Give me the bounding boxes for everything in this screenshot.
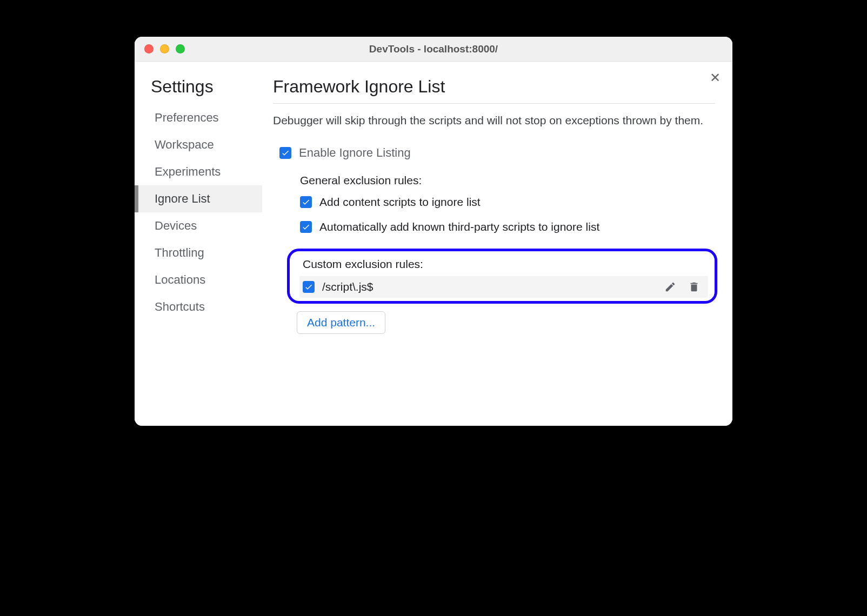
sidebar-item-label: Devices	[155, 219, 197, 232]
trash-icon	[688, 281, 700, 293]
sidebar-item-preferences[interactable]: Preferences	[135, 104, 262, 131]
enable-ignore-listing-label: Enable Ignore Listing	[299, 146, 411, 160]
custom-rule-checkbox[interactable]	[303, 281, 315, 293]
settings-sidebar: Settings Preferences Workspace Experimen…	[135, 62, 262, 426]
content-scripts-checkbox[interactable]	[300, 196, 312, 208]
check-icon	[304, 283, 313, 291]
devtools-window: DevTools - localhost:8000/ ✕ Settings Pr…	[135, 37, 732, 426]
sidebar-item-throttling[interactable]: Throttling	[135, 239, 262, 266]
custom-rule-row: /script\.js$	[299, 276, 708, 298]
close-panel-button[interactable]: ✕	[710, 71, 721, 84]
close-window-button[interactable]	[144, 44, 154, 53]
minimize-window-button[interactable]	[160, 44, 169, 53]
custom-rules-highlight: Custom exclusion rules: /script\.js$	[287, 249, 717, 304]
check-icon	[302, 223, 310, 231]
content-scripts-row[interactable]: Add content scripts to ignore list	[300, 196, 715, 209]
sidebar-item-shortcuts[interactable]: Shortcuts	[135, 293, 262, 320]
sidebar-item-label: Experiments	[155, 165, 221, 178]
custom-rule-pattern: /script\.js$	[322, 280, 656, 293]
pencil-icon	[664, 281, 676, 293]
sidebar-item-label: Ignore List	[155, 192, 210, 205]
content-area: ✕ Settings Preferences Workspace Experim…	[135, 62, 732, 426]
sidebar-item-workspace[interactable]: Workspace	[135, 131, 262, 158]
titlebar: DevTools - localhost:8000/	[135, 37, 732, 62]
add-pattern-label: Add pattern...	[307, 316, 375, 329]
enable-ignore-listing-row[interactable]: Enable Ignore Listing	[279, 146, 715, 160]
content-scripts-label: Add content scripts to ignore list	[319, 196, 481, 209]
settings-main: Framework Ignore List Debugger will skip…	[262, 62, 732, 426]
custom-rules-heading: Custom exclusion rules:	[303, 258, 708, 271]
sidebar-item-locations[interactable]: Locations	[135, 266, 262, 293]
window-title: DevTools - localhost:8000/	[135, 43, 732, 55]
add-pattern-button[interactable]: Add pattern...	[297, 311, 385, 334]
sidebar-item-label: Preferences	[155, 111, 219, 124]
third-party-checkbox[interactable]	[300, 221, 312, 233]
enable-ignore-listing-checkbox[interactable]	[279, 147, 291, 159]
sidebar-item-label: Workspace	[155, 138, 214, 151]
rule-actions	[664, 280, 701, 293]
sidebar-item-label: Locations	[155, 273, 205, 286]
page-title: Framework Ignore List	[273, 77, 715, 104]
general-rules-heading: General exclusion rules:	[300, 174, 715, 187]
edit-rule-button[interactable]	[664, 280, 677, 293]
sidebar-item-ignore-list[interactable]: Ignore List	[135, 185, 262, 212]
delete-rule-button[interactable]	[688, 280, 701, 293]
third-party-label: Automatically add known third-party scri…	[319, 220, 599, 233]
check-icon	[281, 149, 290, 157]
check-icon	[302, 198, 310, 206]
sidebar-item-experiments[interactable]: Experiments	[135, 158, 262, 185]
close-icon: ✕	[710, 70, 721, 85]
sidebar-item-label: Throttling	[155, 246, 204, 259]
maximize-window-button[interactable]	[176, 44, 185, 53]
page-description: Debugger will skip through the scripts a…	[273, 112, 715, 129]
third-party-row[interactable]: Automatically add known third-party scri…	[300, 220, 715, 233]
sidebar-item-devices[interactable]: Devices	[135, 212, 262, 239]
sidebar-title: Settings	[135, 75, 262, 104]
sidebar-item-label: Shortcuts	[155, 300, 205, 313]
traffic-lights	[144, 44, 185, 53]
